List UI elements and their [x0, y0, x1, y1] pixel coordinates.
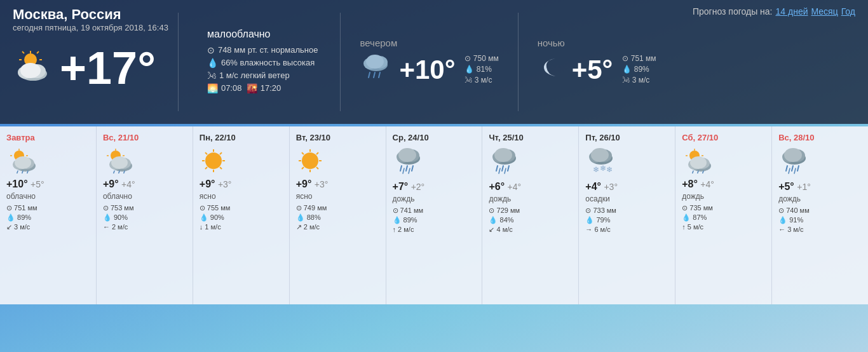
- city-name: Москва, Россия: [13, 6, 168, 23]
- forecast-day: Пн, 22/10 +9° +3° ясно ⊙ 755 мм 💧 90% ↓ …: [193, 126, 290, 304]
- humidity-value: 66% влажность высокая: [221, 58, 315, 67]
- forecast-humidity: 💧 87%: [682, 213, 707, 222]
- forecast-wind: ↓ 1 м/с: [200, 223, 221, 231]
- day-label: Вт, 23/10: [296, 133, 330, 142]
- svg-line-41: [113, 171, 114, 173]
- forecast-humidity: 💧 79%: [585, 216, 610, 224]
- svg-line-6: [37, 51, 39, 53]
- svg-line-58: [302, 152, 304, 154]
- sun-times-row: 🌅 07:08 🌇 17:20: [207, 83, 318, 93]
- svg-line-106: [789, 168, 790, 173]
- forecast-icon: [682, 147, 716, 176]
- forecast-panel: Завтра +10° +5° облачно ⊙ 751 мм 💧 89% ↙…: [0, 126, 868, 304]
- forecast-wind: ← 3 м/с: [778, 226, 803, 233]
- day-label: Пн, 22/10: [200, 133, 236, 142]
- evening-humidity: 💧 81%: [465, 65, 498, 74]
- forecast-condition: осадки: [585, 194, 609, 203]
- sunrise-icon: 🌅: [207, 83, 218, 93]
- evening-temperature: +10°: [399, 55, 455, 85]
- svg-line-76: [502, 166, 503, 171]
- night-wind: 🌬 3 м/с: [622, 76, 656, 85]
- forecast-14days-link[interactable]: 14 дней: [776, 6, 808, 17]
- forecast-day: Вс, 21/10 +9° +4° облачно ⊙ 753 мм 💧 90%…: [97, 126, 193, 304]
- forecast-pressure: ⊙ 729 мм: [489, 206, 520, 215]
- night-block: ночью +5° ⊙ 751 мм 💧 89% 🌬 3 м/с: [528, 6, 666, 118]
- night-pressure: ⊙ 751 мм: [622, 54, 656, 63]
- svg-line-103: [786, 166, 787, 171]
- svg-point-12: [20, 63, 41, 78]
- forecast-pressure: ⊙ 733 мм: [585, 206, 616, 215]
- forecast-day: Чт, 25/10 +6° +4° дождь ⊙ 729 мм 💧 84% ↙…: [482, 126, 579, 304]
- forecast-humidity: 💧 91%: [778, 216, 803, 224]
- svg-line-79: [505, 168, 506, 173]
- svg-line-66: [400, 166, 402, 171]
- forecast-month-link[interactable]: Месяц: [811, 6, 837, 17]
- evening-details: ⊙ 750 мм 💧 81% 🌬 3 м/с: [465, 54, 498, 86]
- forecast-condition: дождь: [682, 192, 704, 201]
- forecast-day: Вт, 23/10 +9° +3° ясно ⊙ 749 мм 💧 88% ↗ …: [290, 126, 386, 304]
- svg-line-67: [406, 166, 407, 171]
- forecast-wind: ↙ 3 м/с: [6, 223, 30, 231]
- svg-line-59: [316, 152, 318, 154]
- day-label: Завтра: [6, 133, 35, 142]
- forecast-nav-label: Прогноз погоды на:: [693, 6, 773, 17]
- night-temperature: +5°: [572, 55, 613, 85]
- forecast-humidity: 💧 88%: [296, 213, 321, 222]
- svg-text:❄: ❄: [606, 165, 613, 174]
- forecast-pressure: ⊙ 740 мм: [778, 206, 810, 215]
- forecast-wind: ↑ 2 м/с: [393, 226, 414, 233]
- svg-point-95: [690, 156, 707, 169]
- humidity-row: 💧 66% влажность высокая: [207, 58, 318, 68]
- forecast-icon: [393, 147, 424, 179]
- forecast-nav: Прогноз погоды на: 14 дней Месяц Год: [693, 6, 855, 17]
- evening-inner: +10° ⊙ 750 мм 💧 81% 🌬 3 м/с: [360, 53, 498, 87]
- svg-point-83: [591, 148, 609, 162]
- svg-line-69: [403, 168, 404, 173]
- pressure-value: 748 мм рт. ст. нормальное: [218, 45, 318, 55]
- svg-point-28: [15, 156, 31, 169]
- svg-line-51: [205, 167, 207, 169]
- top-panel-inner: Москва, Россия сегодня пятница, 19 октяб…: [13, 6, 855, 118]
- forecast-wind: ↑ 5 м/с: [682, 223, 703, 231]
- pressure-icon: ⊙: [207, 45, 215, 55]
- sunset-value: 17:20: [261, 83, 281, 93]
- forecast-condition: дождь: [489, 194, 511, 203]
- forecast-year-link[interactable]: Год: [841, 6, 855, 17]
- evening-label: вечером: [360, 37, 498, 48]
- forecast-condition: дождь: [393, 194, 415, 203]
- forecast-temps: +10° +5°: [6, 179, 44, 190]
- forecast-pressure: ⊙ 741 мм: [393, 206, 424, 215]
- forecast-day: Ср, 24/10 +7° +2° дождь ⊙ 741 мм 💧 89% ↑…: [386, 126, 483, 304]
- forecast-wind: ↙ 4 м/с: [489, 226, 512, 234]
- forecast-pressure: ⊙ 735 мм: [682, 204, 713, 212]
- wind-row: 🌬 1 м/с легкий ветер: [207, 71, 318, 81]
- evening-icon: [360, 53, 393, 87]
- svg-line-30: [22, 171, 23, 173]
- svg-line-42: [118, 171, 119, 173]
- current-weather-icon: [13, 48, 53, 88]
- forecast-temps: +4° +3°: [585, 181, 618, 193]
- night-label: ночью: [538, 37, 656, 48]
- divider-3: [518, 13, 519, 111]
- svg-line-70: [409, 168, 410, 173]
- forecast-icon: ❄ ❄ ❄: [585, 147, 617, 179]
- svg-line-49: [205, 152, 207, 154]
- forecast-icon: [103, 147, 137, 176]
- svg-line-75: [496, 166, 498, 171]
- forecast-humidity: 💧 90%: [103, 213, 128, 222]
- divider-2: [340, 13, 341, 111]
- svg-line-18: [374, 72, 375, 78]
- forecast-temps: +5° +1°: [778, 181, 811, 193]
- forecast-condition: ясно: [200, 192, 216, 201]
- svg-line-61: [316, 167, 318, 169]
- forecast-condition: дождь: [778, 194, 801, 203]
- svg-point-16: [366, 55, 384, 69]
- day-label: Вс, 28/10: [778, 133, 814, 142]
- forecast-condition: облачно: [6, 192, 36, 201]
- night-icon: [538, 53, 566, 87]
- forecast-temps: +8° +4°: [682, 179, 714, 190]
- svg-line-29: [17, 171, 18, 173]
- svg-point-53: [302, 152, 318, 169]
- forecast-temps: +9° +3°: [296, 179, 329, 190]
- svg-text:❄: ❄: [600, 164, 606, 173]
